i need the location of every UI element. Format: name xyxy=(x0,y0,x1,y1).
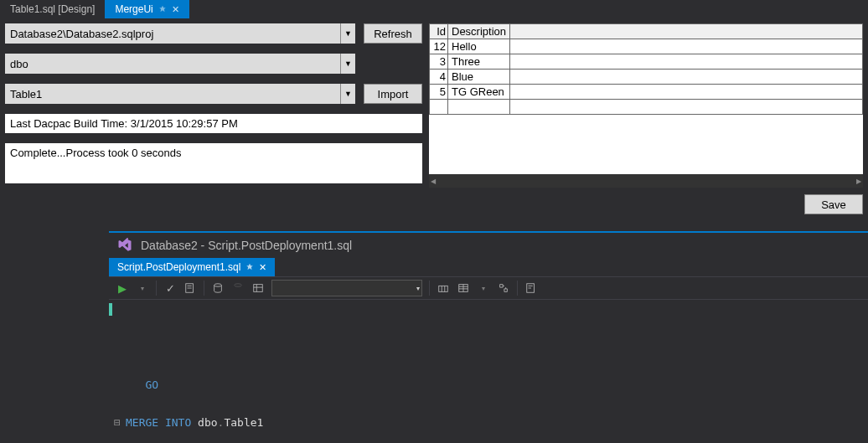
tab-label: MergeUi xyxy=(115,3,152,15)
scroll-left-icon[interactable]: ◀ xyxy=(431,178,436,185)
chevron-down-icon: ▼ xyxy=(340,84,355,104)
db-icon-2[interactable] xyxy=(231,281,245,295)
save-button[interactable]: Save xyxy=(804,194,863,214)
tab-mergeui[interactable]: MergeUi ✕ xyxy=(105,0,189,18)
grid-icon[interactable] xyxy=(437,281,450,295)
plan-icon[interactable] xyxy=(497,281,510,295)
grid-header-row: Id Description xyxy=(430,24,863,39)
document-tabs: Table1.sql [Design] MergeUi ✕ xyxy=(0,0,868,18)
execute-icon[interactable]: ▶ xyxy=(116,281,129,295)
pin-icon[interactable] xyxy=(245,263,254,271)
project-dropdown[interactable]: Database2\Database2.sqlproj ▼ xyxy=(5,23,355,44)
svg-rect-3 xyxy=(254,285,263,292)
database-selector[interactable]: ▾ xyxy=(271,280,422,296)
new-query-icon[interactable] xyxy=(524,281,538,295)
editor-window: Database2 - Script.PostDeployment1.sql S… xyxy=(109,231,868,443)
check-icon[interactable]: ✓ xyxy=(163,281,177,295)
schema-value: dbo xyxy=(10,58,28,70)
schema-dropdown[interactable]: dbo ▼ xyxy=(5,54,355,74)
close-icon[interactable]: ✕ xyxy=(172,4,179,15)
project-value: Database2\Database2.sqlproj xyxy=(10,28,153,40)
sql-toolbar: ▶ ▾ ✓ ▾ ▾ xyxy=(109,276,868,300)
table-dropdown[interactable]: Table1 ▼ xyxy=(5,84,355,104)
dropdown-icon-2[interactable]: ▾ xyxy=(477,281,490,295)
col-id[interactable]: Id xyxy=(430,24,448,39)
tab-label: Table1.sql [Design] xyxy=(10,3,95,15)
cursor-indicator xyxy=(109,303,112,316)
table-row[interactable]: 3 Three xyxy=(430,54,863,70)
svg-rect-4 xyxy=(439,286,448,291)
chevron-down-icon: ▾ xyxy=(416,285,420,292)
refresh-button[interactable]: Refresh xyxy=(364,23,422,44)
visual-studio-icon xyxy=(117,238,132,253)
db-icon[interactable] xyxy=(211,281,225,295)
table-row[interactable]: 12 Hello xyxy=(430,39,863,54)
chevron-down-icon: ▼ xyxy=(340,23,355,44)
script-icon[interactable] xyxy=(183,281,197,295)
col-description[interactable]: Description xyxy=(448,24,510,39)
build-time-label: Last Dacpac Build Time: 3/1/2015 10:29:5… xyxy=(5,114,422,133)
pin-icon[interactable] xyxy=(158,5,167,13)
data-grid[interactable]: Id Description 12 Hello 3 Three 4 Blue xyxy=(429,23,863,188)
table-row-new[interactable] xyxy=(430,100,863,115)
table-row[interactable]: 5 TG GReen xyxy=(430,85,863,100)
svg-point-1 xyxy=(214,284,222,287)
status-label: Complete...Process took 0 seconds xyxy=(5,143,422,183)
import-button[interactable]: Import xyxy=(364,84,422,104)
code-editor[interactable]: GO ⊟MERGE INTO dbo.Table1 AS TARGET USIN… xyxy=(109,300,868,443)
svg-point-2 xyxy=(235,284,242,287)
tab-table1-design[interactable]: Table1.sql [Design] xyxy=(0,0,105,18)
editor-titlebar: Database2 - Script.PostDeployment1.sql xyxy=(109,233,868,258)
editor-tabs: Script.PostDeployment1.sql ✕ xyxy=(109,258,868,276)
table-row[interactable]: 4 Blue xyxy=(430,70,863,85)
scroll-right-icon[interactable]: ▶ xyxy=(856,178,861,185)
table-value: Table1 xyxy=(10,88,42,100)
chevron-down-icon: ▼ xyxy=(340,54,355,74)
results-icon[interactable] xyxy=(251,281,265,295)
table-icon[interactable] xyxy=(457,281,470,295)
editor-tab-script[interactable]: Script.PostDeployment1.sql ✕ xyxy=(109,258,275,276)
close-icon[interactable]: ✕ xyxy=(259,262,266,273)
horizontal-scrollbar[interactable]: ◀ ▶ xyxy=(429,174,863,188)
dropdown-icon[interactable]: ▾ xyxy=(136,281,149,295)
window-title: Database2 - Script.PostDeployment1.sql xyxy=(141,239,352,252)
